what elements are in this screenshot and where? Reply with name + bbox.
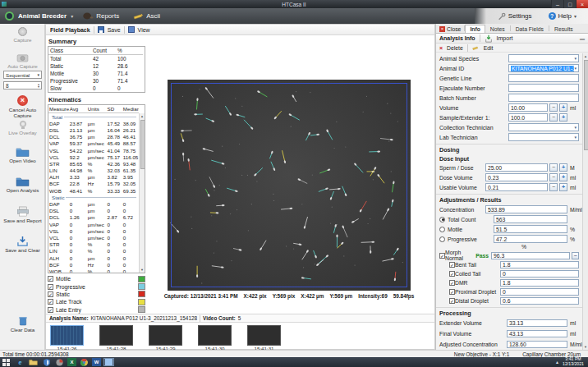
maximize-button[interactable]: □: [563, 0, 576, 8]
close-analysis-button[interactable]: × Close: [438, 26, 464, 33]
increment-button[interactable]: +: [559, 113, 567, 122]
app-orb-icon[interactable]: [54, 358, 65, 366]
text-field[interactable]: [508, 84, 579, 92]
save-and-clear-button[interactable]: Save and Clear: [0, 236, 45, 253]
text-field[interactable]: 10.00: [508, 103, 548, 112]
clear-data-button[interactable]: Clear Data: [0, 315, 45, 333]
checkbox[interactable]: ✓: [48, 284, 53, 290]
text-field[interactable]: 96.3: [491, 252, 570, 259]
collapse-button[interactable]: −: [572, 252, 579, 259]
video-thumbnail[interactable]: 15:41:28: [99, 325, 133, 351]
video-thumbnail[interactable]: 15:41:31: [247, 325, 281, 351]
checkbox[interactable]: ✓: [48, 276, 53, 282]
security-shield-icon[interactable]: [41, 358, 52, 366]
text-field[interactable]: 33.13: [507, 319, 567, 328]
app-menu-caret-icon[interactable]: ▾: [71, 13, 73, 19]
capture-mode-select[interactable]: Sequential▾: [0, 71, 45, 79]
internet-explorer-icon[interactable]: e: [15, 358, 25, 366]
word-icon[interactable]: W: [92, 358, 101, 366]
checkbox[interactable]: ✓: [449, 280, 455, 286]
radio-button[interactable]: [439, 217, 445, 222]
text-field[interactable]: 128.60: [507, 341, 567, 349]
video-thumbnail-image[interactable]: [247, 325, 281, 346]
htcasa-taskbar-icon[interactable]: [103, 358, 114, 366]
import-button[interactable]: Import: [497, 35, 513, 41]
video-thumbnail-image[interactable]: [50, 325, 84, 346]
decrement-button[interactable]: −: [549, 173, 558, 181]
live-overlay-button[interactable]: Live Overlay: [0, 121, 45, 135]
field-playback-button[interactable]: Field Playback: [50, 27, 90, 33]
checkbox[interactable]: ✓: [48, 307, 53, 313]
view-button[interactable]: View: [138, 27, 150, 33]
video-thumbnail[interactable]: 15:41:26: [50, 325, 84, 351]
close-button[interactable]: ×: [576, 0, 588, 8]
radio-button[interactable]: [439, 236, 445, 242]
save-button[interactable]: Save: [108, 27, 121, 33]
excel-icon[interactable]: X: [67, 358, 76, 366]
tab-notes[interactable]: Notes: [485, 25, 510, 33]
taskbar-clock[interactable]: 3:41 PM 12/13/2021: [563, 357, 586, 366]
checkbox[interactable]: ✓: [439, 253, 445, 259]
auto-capture-button[interactable]: Auto Capture: [0, 53, 45, 69]
dropdown-field[interactable]: ▾: [508, 123, 579, 131]
edit-button[interactable]: Edit: [484, 45, 494, 51]
increment-button[interactable]: +: [559, 183, 567, 191]
text-field[interactable]: 1.8: [500, 279, 579, 287]
text-field[interactable]: 43.13: [507, 330, 567, 338]
file-explorer-icon[interactable]: [28, 358, 39, 366]
pin-icon[interactable]: ▬: [580, 36, 585, 41]
open-video-button[interactable]: Open Video: [0, 147, 45, 163]
right-panel-scrollbar[interactable]: ▲ ▼: [582, 53, 588, 350]
minimize-button[interactable]: –: [551, 0, 563, 8]
checkbox[interactable]: ✓: [449, 298, 455, 304]
text-field[interactable]: 533.89: [485, 205, 567, 213]
text-field[interactable]: 563: [494, 215, 567, 223]
increment-button[interactable]: +: [559, 163, 567, 172]
tab-data-fields[interactable]: Data Fields: [511, 25, 549, 33]
tab-info[interactable]: Info: [465, 25, 485, 33]
capture-button[interactable]: Capture: [0, 27, 45, 43]
reports-button[interactable]: Reports: [77, 11, 124, 21]
text-field[interactable]: [508, 74, 579, 82]
decrement-button[interactable]: −: [549, 183, 558, 191]
dropdown-field[interactable]: ▾: [508, 133, 579, 141]
video-thumbnail-image[interactable]: [198, 325, 232, 346]
text-field[interactable]: 0.23: [485, 173, 548, 181]
text-field[interactable]: 51.5: [494, 225, 567, 233]
text-field[interactable]: 1.8: [500, 261, 579, 268]
delete-button[interactable]: Delete: [447, 45, 463, 51]
decrement-button[interactable]: −: [549, 103, 558, 112]
text-field[interactable]: 0.21: [485, 183, 548, 191]
open-analysis-button[interactable]: Open Analysis: [0, 177, 45, 193]
text-field[interactable]: 0.6: [500, 297, 579, 305]
decrement-button[interactable]: −: [549, 113, 558, 122]
text-field[interactable]: 25.00: [485, 163, 548, 172]
micrograph-viewport[interactable]: [168, 80, 411, 291]
ascii-button[interactable]: Ascii: [128, 12, 165, 21]
text-field[interactable]: 0: [500, 288, 579, 296]
checkbox[interactable]: ✓: [48, 291, 53, 297]
help-button[interactable]: ? Help ▾: [544, 12, 581, 20]
text-field[interactable]: [508, 94, 579, 102]
dropdown-field[interactable]: KITANOHANA P012 U1-3▾: [508, 64, 579, 72]
radio-button[interactable]: [439, 227, 445, 232]
increment-button[interactable]: +: [559, 103, 567, 112]
settings-button[interactable]: Settings: [493, 12, 537, 21]
tab-results[interactable]: Results: [549, 25, 578, 33]
decrement-button[interactable]: −: [549, 163, 558, 172]
dropdown-field[interactable]: ▾: [508, 54, 579, 62]
checkbox[interactable]: ✓: [48, 299, 53, 305]
chrome-icon[interactable]: [79, 358, 90, 366]
cancel-auto-capture-button[interactable]: × Cancel Auto Capture: [0, 95, 45, 118]
text-field[interactable]: 0: [500, 270, 579, 278]
capture-count-stepper[interactable]: 8▴▾: [0, 81, 45, 89]
start-button[interactable]: [2, 358, 12, 366]
video-thumbnail-image[interactable]: [99, 325, 133, 346]
text-field[interactable]: 47.2: [494, 235, 567, 243]
video-thumbnail-image[interactable]: [149, 325, 182, 346]
app-menu-button[interactable]: Animal Breeder: [18, 12, 67, 20]
save-and-report-button[interactable]: Save and Report: [0, 206, 45, 223]
tray-expand-icon[interactable]: ▲: [555, 360, 559, 365]
increment-button[interactable]: +: [559, 173, 567, 181]
checkbox[interactable]: ✓: [449, 262, 455, 268]
